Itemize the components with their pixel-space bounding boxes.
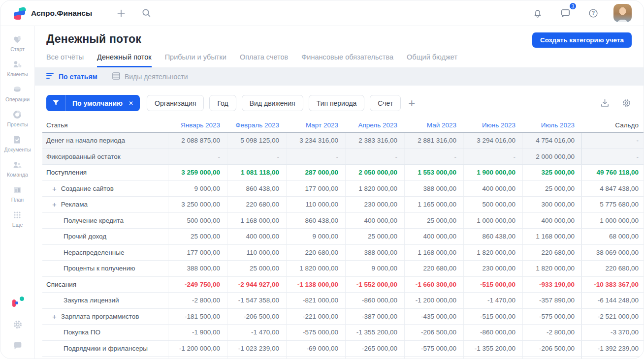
- expand-plus-icon[interactable]: +: [52, 184, 57, 193]
- column-header-month[interactable]: Июль 2023: [522, 118, 581, 132]
- sidebar-item-plan[interactable]: План: [4, 184, 31, 203]
- table-row[interactable]: Поступления3 259 000,001 081 118,00287 0…: [42, 165, 644, 181]
- sidebar-item-operations[interactable]: Операции: [4, 84, 31, 102]
- value-cell: 860 438,00: [227, 181, 286, 197]
- row-label: Прочий доход: [64, 233, 106, 240]
- tab-5[interactable]: Общий бюджет: [407, 53, 457, 67]
- table-settings-gear-icon[interactable]: [620, 97, 633, 109]
- table-row[interactable]: +Зарплата программистов-2 800,00-1 547 3…: [42, 357, 644, 359]
- table-row[interactable]: Нераспределенные177 000,00110 000,00220 …: [42, 245, 644, 261]
- expand-plus-icon[interactable]: +: [52, 200, 57, 209]
- value-cell: 1 900 000,00: [463, 165, 522, 180]
- table-row[interactable]: +Создание сайтов9 000,00860 438,00177 00…: [42, 181, 644, 197]
- start-icon: [12, 34, 23, 45]
- tab-2[interactable]: Прибыли и убытки: [165, 53, 226, 67]
- value-cell: -860 000,00: [463, 325, 522, 340]
- bell-icon[interactable]: [530, 6, 545, 21]
- row-label-cell: Поступления: [42, 165, 168, 180]
- sidebar-item-team[interactable]: Команда: [4, 159, 31, 178]
- sidebar-item-clients[interactable]: Клиенты: [4, 59, 31, 77]
- clear-filter-icon[interactable]: ✕: [127, 100, 140, 107]
- value-cell: 325 000,00: [522, 165, 581, 180]
- table-row[interactable]: Денег на начало периода2 088 875,005 098…: [42, 133, 644, 149]
- saldo-cell: 1 000 000,00: [581, 213, 644, 229]
- saldo-cell: -3 370,00: [581, 325, 644, 340]
- column-header-month[interactable]: Март 2023: [286, 118, 345, 132]
- value-cell: 1 553 000,00: [404, 165, 463, 180]
- table-row[interactable]: Покупка ПО-1 900,00-1 470,00-575 000,00-…: [42, 325, 644, 341]
- value-cell: -357 890,00: [522, 293, 581, 308]
- filter-chip-4[interactable]: Счет: [370, 95, 401, 111]
- app-logo-icon[interactable]: [11, 296, 24, 309]
- value-cell: 9 000,00: [168, 181, 227, 197]
- value-cell: -69 000,00: [286, 341, 345, 357]
- value-cell: 2 088 875,00: [168, 133, 227, 149]
- value-cell: 9 000,00: [345, 261, 404, 276]
- table-row[interactable]: Фиксированный остаток------2 000 000,00-: [42, 149, 644, 165]
- tab-0[interactable]: Все отчёты: [46, 53, 84, 67]
- column-header-month[interactable]: Июнь 2023: [463, 118, 522, 132]
- user-avatar[interactable]: [613, 4, 632, 22]
- row-label: Закупка лицензий: [64, 297, 119, 304]
- sidebar-item-label: Ещё: [12, 222, 23, 228]
- add-filter-icon[interactable]: +: [408, 97, 415, 109]
- filter-toolbar: По умолчанию ✕ ОрганизацияГодВид движени…: [35, 86, 644, 111]
- value-cell: 220 680,00: [522, 245, 581, 261]
- filter-chip-1[interactable]: Год: [209, 95, 236, 111]
- value-cell: -206 500,00: [227, 309, 286, 325]
- cashflow-table: СтатьяЯнварь 2023Февраль 2023Март 2023Ап…: [42, 118, 644, 359]
- value-cell: 400 000,00: [463, 181, 522, 197]
- value-cell: 400 000,00: [227, 229, 286, 244]
- column-header-month[interactable]: Май 2023: [404, 118, 463, 132]
- table-row[interactable]: Закупка лицензий-2 800,00-1 547 358,00-8…: [42, 293, 644, 309]
- value-cell: -575 000,00: [522, 309, 581, 325]
- row-label-cell: +Реклама: [42, 197, 168, 212]
- sidebar-item-projects[interactable]: Проекты: [4, 109, 31, 127]
- value-cell: -933 190,00: [522, 277, 581, 293]
- help-icon[interactable]: ?: [586, 6, 601, 21]
- column-header-month[interactable]: Апрель 2023: [345, 118, 404, 132]
- create-category-button[interactable]: Создать категорию учета: [532, 32, 632, 48]
- table-row[interactable]: Прочий доход25 000,00400 000,009 000,002…: [42, 229, 644, 245]
- column-header-month[interactable]: Февраль 2023: [227, 118, 286, 132]
- quick-add-icon[interactable]: [114, 6, 129, 21]
- value-cell: -1 355 200,00: [345, 325, 404, 340]
- subtab-by-articles[interactable]: По статьям: [46, 72, 97, 81]
- value-cell: 500 000,00: [168, 213, 227, 229]
- sidebar-item-label: Клиенты: [7, 71, 28, 77]
- table-row[interactable]: Проценты к получению388 000,0025 000,001…: [42, 261, 644, 277]
- table-row[interactable]: Списания-249 750,00-2 944 927,00-1 138 0…: [42, 277, 644, 293]
- sidebar-item-documents[interactable]: Документы: [4, 134, 31, 152]
- expand-plus-icon[interactable]: +: [52, 312, 57, 321]
- view-switch-band: По статьямВиды деятельности: [35, 67, 644, 86]
- settings-gear-icon[interactable]: [12, 319, 23, 330]
- filter-chip-3[interactable]: Тип периода: [309, 95, 365, 111]
- tab-4[interactable]: Финансовые обязательства: [301, 53, 393, 67]
- sidebar-item-start[interactable]: Старт: [4, 34, 31, 52]
- saldo-cell: -1 392 239,00: [581, 341, 644, 357]
- search-icon[interactable]: [139, 6, 154, 20]
- table-row[interactable]: Подрядчики и фрилансеры-1 200 000,00-1 0…: [42, 341, 644, 357]
- value-cell: 3 259 000,00: [168, 165, 227, 180]
- tab-1[interactable]: Денежный поток: [97, 53, 152, 67]
- filter-chip-2[interactable]: Вид движения: [242, 95, 303, 111]
- tab-3[interactable]: Оплата счетов: [240, 53, 288, 67]
- table-row[interactable]: Получение кредита500 000,001 168 000,008…: [42, 213, 644, 229]
- value-cell: 388 000,00: [168, 261, 227, 276]
- brand[interactable]: Аспро.Финансы: [13, 7, 92, 20]
- subtab-activity-types[interactable]: Виды деятельности: [112, 72, 188, 81]
- column-header-month[interactable]: Январь 2023: [168, 118, 227, 132]
- value-cell: 2 000 000,00: [522, 149, 581, 165]
- export-download-icon[interactable]: [599, 97, 611, 109]
- plan-icon: [12, 184, 23, 195]
- support-chat-icon[interactable]: [12, 340, 23, 351]
- filter-chip-0[interactable]: Организация: [147, 95, 204, 111]
- sidebar-item-more[interactable]: Ещё: [4, 209, 31, 228]
- subtab-label: По статьям: [59, 73, 97, 81]
- page-title: Денежный поток: [46, 32, 141, 46]
- active-filter-pill[interactable]: По умолчанию ✕: [46, 95, 140, 111]
- team-icon: [12, 159, 23, 170]
- table-row[interactable]: +Зарплата программистов-181 500,00-206 5…: [42, 309, 644, 325]
- value-cell: 1 000 000,00: [463, 213, 522, 229]
- table-row[interactable]: +Реклама3 250 000,00220 680,00110 000,00…: [42, 197, 644, 213]
